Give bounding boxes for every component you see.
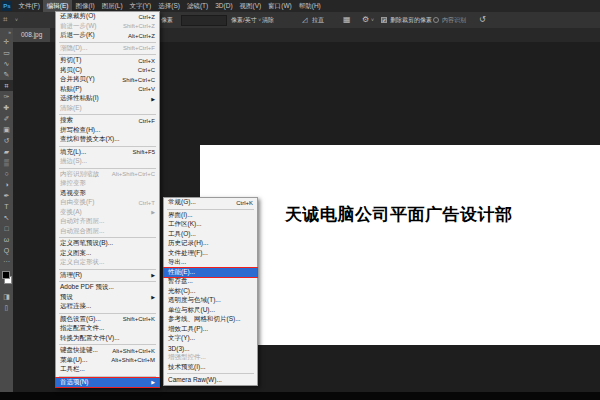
edit-menu-item-20[interactable]: 自动对齐图层... [56,217,159,227]
menubar-item-8[interactable]: 视图(V) [236,0,265,12]
foreground-color-swatch[interactable] [2,271,10,279]
menubar-item-9[interactable]: 窗口(W) [265,0,295,12]
edit-menu-item-12[interactable]: 查找和替换文本(X)... [56,135,159,145]
preferences-submenu-item-6[interactable]: 导出... [164,258,257,268]
preferences-submenu-item-4[interactable]: 历史记录(H)... [164,239,257,249]
screen-mode-tool-icon[interactable]: ▯ [0,302,13,313]
preferences-submenu-item-10[interactable]: 透明度与色域(T)... [164,296,257,306]
preferences-submenu-item-8[interactable]: 暂存盘... [164,277,257,287]
preferences-submenu-item-12[interactable]: 参考线、网格和切片(S)... [164,315,257,325]
brush-tool-icon[interactable]: ✐ [0,113,13,124]
eraser-tool-icon[interactable]: ▰ [0,146,13,157]
preferences-submenu-item-16[interactable]: 增强型控件... [164,353,257,363]
edit-menu-item-27[interactable]: 预设▶ [56,293,159,303]
edit-menu-item-21[interactable]: 自动混合图层... [56,227,159,237]
gear-chevron-icon[interactable]: ˅ [371,12,374,28]
clone-stamp-tool-icon[interactable]: ▣ [0,124,13,135]
edit-menu-item-29[interactable]: 颜色设置(G)...Shift+Ctrl+K [56,315,159,325]
edit-menu-item-35[interactable]: 首选项(N)▶ [56,378,159,388]
preferences-submenu-item-7[interactable]: 性能(E)... [164,268,257,278]
edit-menu-item-1[interactable]: 前进一步(W)Shift+Ctrl+Z [56,22,159,32]
overlay-options-icon[interactable]: ▦ [343,12,351,28]
edit-menu-item-9[interactable]: 清除(E) [56,104,159,114]
edit-menu-item-2[interactable]: 后退一步(K)Alt+Ctrl+Z [56,31,159,41]
tool-preset-chevron-icon[interactable]: ˅ [15,12,18,28]
edit-menu-item-7[interactable]: 粘贴(P)Ctrl+V [56,85,159,95]
edit-menu-item-32[interactable]: 键盘快捷键...Alt+Shift+Ctrl+K [56,346,159,356]
edit-menu-item-6[interactable]: 合并拷贝(Y)Shift+Ctrl+C [56,75,159,85]
preferences-submenu-item-0[interactable]: 常规(G)...Ctrl+K [164,198,257,208]
dodge-tool-icon[interactable]: ◑ [0,179,13,190]
edit-menu-item-14[interactable]: 描边(S)... [56,157,159,167]
history-brush-tool-icon[interactable]: ↺ [0,135,13,146]
preferences-submenu-item-15[interactable]: 3D(3)... [164,344,257,354]
type-tool-icon[interactable]: T [0,201,13,212]
lasso-tool-icon[interactable]: ∿ [0,58,13,69]
edit-menu-item-4[interactable]: 剪切(T)Ctrl+X [56,56,159,66]
menubar-item-7[interactable]: 3D(D) [212,0,236,12]
delete-cropped-pixels-label[interactable]: 删除裁剪的像素 [390,12,432,28]
document-canvas[interactable]: 天诚电脑公司平面广告设计部 [200,145,600,345]
preferences-submenu-item-18[interactable]: Camera Raw(W)... [164,375,257,385]
edit-menu-item-31[interactable]: 转换为配置文件(V)... [56,334,159,344]
edit-menu-item-15[interactable]: 内容识别缩放Alt+Shift+Ctrl+C [56,170,159,180]
resolution-input[interactable] [181,15,227,26]
preferences-submenu-item-3[interactable]: 工具(O)... [164,230,257,240]
edit-menu-item-25[interactable]: 清理(R)▶ [56,271,159,281]
edit-menu-item-18[interactable]: 自由变换(F)Ctrl+T [56,198,159,208]
edit-menu-item-3[interactable]: 渐隐(D)...Shift+Ctrl+F [56,44,159,54]
hand-tool-icon[interactable]: ω [0,234,13,245]
blur-tool-icon[interactable]: ○ [0,168,13,179]
move-tool-icon[interactable]: ✛ [0,36,13,47]
path-selection-tool-icon[interactable]: ↖ [0,212,13,223]
straighten-button[interactable]: 拉直 [312,12,324,28]
crop-tool-icon[interactable]: ⌗ [0,80,13,91]
marquee-tool-icon[interactable]: ▭ [0,47,13,58]
edit-menu-item-17[interactable]: 透视变形 [56,189,159,199]
edit-menu-item-34[interactable]: 工具栏... [56,365,159,375]
preferences-submenu-item-14[interactable]: 文字(Y)... [164,334,257,344]
crop-tool-preset-icon[interactable]: ⌗ [3,12,8,28]
quick-mask-tool-icon[interactable]: ◨ [0,291,13,302]
preferences-submenu-item-17[interactable]: 技术预览(I)... [164,363,257,373]
edit-menu-item-30[interactable]: 指定配置文件... [56,324,159,334]
reset-icon[interactable]: ↺ [479,12,486,28]
edit-menu-item-28[interactable]: 远程连接... [56,302,159,312]
preferences-submenu-item-5[interactable]: 文件处理(F)... [164,249,257,259]
gradient-tool-icon[interactable]: ▒ [0,157,13,168]
preferences-submenu-item-1[interactable]: 界面(I)... [164,211,257,221]
crop-settings-gear-icon[interactable]: ⚙ [362,12,369,28]
content-aware-label[interactable]: 内容识别 [442,12,466,28]
edit-menu-item-24[interactable]: 定义自定形状... [56,258,159,268]
more-tools-tool-icon[interactable]: ⋯ [0,256,13,267]
menubar-item-6[interactable]: 滤镜(T) [183,0,211,12]
preferences-submenu-item-2[interactable]: 工作区(K)... [164,220,257,230]
straighten-icon[interactable]: ◿ [302,12,307,28]
edit-menu-item-23[interactable]: 定义图案... [56,249,159,259]
color-swatches[interactable] [0,269,13,291]
spot-healing-tool-icon[interactable]: ✚ [0,102,13,113]
preferences-submenu-item-11[interactable]: 单位与标尺(U)... [164,306,257,316]
preferences-submenu-item-9[interactable]: 光标(C)... [164,287,257,297]
menubar-item-0[interactable]: 文件(F) [15,0,43,12]
quick-selection-tool-icon[interactable]: ✎ [0,69,13,80]
menubar-item-10[interactable]: 帮助(H) [295,0,324,12]
clear-button[interactable]: 清除 [262,12,274,28]
pen-tool-icon[interactable]: ✒ [0,190,13,201]
zoom-tool-icon[interactable]: Q [0,245,13,256]
document-tab[interactable]: 008.jpg [13,28,50,42]
preferences-submenu-item-13[interactable]: 增效工具(P)... [164,325,257,335]
eyedropper-tool-icon[interactable]: ✑ [0,91,13,102]
edit-menu-item-8[interactable]: 选择性粘贴(I)▶ [56,94,159,104]
edit-menu-item-10[interactable]: 搜索Ctrl+F [56,116,159,126]
shape-tool-icon[interactable]: □ [0,223,13,234]
resolution-unit-dropdown[interactable]: 像素/英寸 ˅ [231,12,261,28]
edit-menu-item-26[interactable]: Adobe PDF 预设... [56,283,159,293]
delete-cropped-pixels-checkbox[interactable]: ✓ [381,17,387,23]
edit-menu-item-0[interactable]: 还原裁剪(O)Ctrl+Z [56,12,159,22]
edit-menu-item-11[interactable]: 拼写检查(H)... [56,126,159,136]
edit-menu-item-16[interactable]: 操控变形 [56,179,159,189]
edit-menu-item-22[interactable]: 定义画笔预设(B)... [56,239,159,249]
edit-menu-item-33[interactable]: 菜单(U)...Alt+Shift+Ctrl+M [56,356,159,366]
toolbar-collapse-icon[interactable]: » [0,28,13,36]
